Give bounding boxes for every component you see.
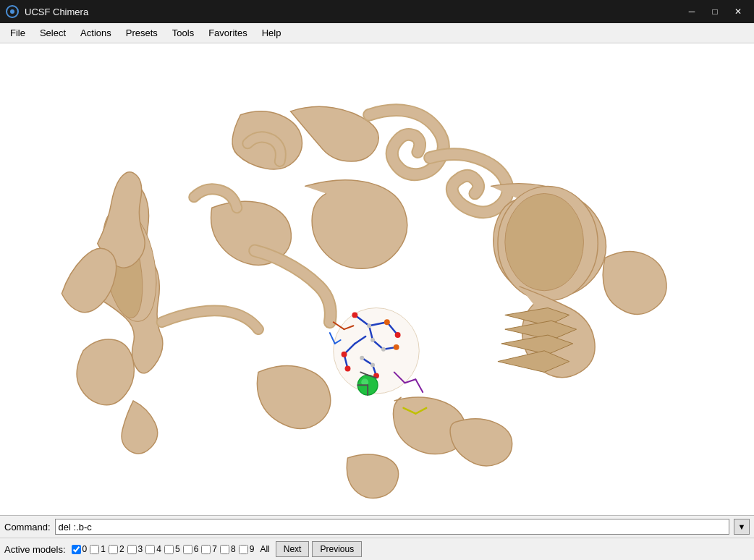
menu-item-favorites[interactable]: Favorites: [201, 25, 254, 41]
model-7-label: 7: [212, 544, 217, 554]
previous-button[interactable]: Previous: [312, 541, 362, 557]
svg-point-20: [395, 332, 401, 338]
maximize-button[interactable]: □: [705, 4, 725, 20]
model-0-label: 0: [82, 544, 88, 554]
model-1-checkbox[interactable]: [90, 545, 99, 554]
model-9-checkbox[interactable]: [239, 545, 248, 554]
model-1-label: 1: [101, 544, 106, 554]
viewport: [0, 43, 754, 515]
model-2-checkbox[interactable]: [109, 545, 118, 554]
model-8-group: 8: [220, 544, 236, 554]
titlebar: UCSF Chimera ─ □ ✕: [0, 0, 754, 23]
model-2-label: 2: [119, 544, 124, 554]
svg-point-6: [505, 193, 584, 290]
command-row: Command: ▼: [0, 516, 754, 538]
svg-point-29: [360, 356, 364, 360]
close-button[interactable]: ✕: [728, 4, 748, 20]
titlebar-left: UCSF Chimera: [6, 5, 88, 18]
minimize-button[interactable]: ─: [682, 4, 702, 20]
models-row: Active models: 0 1 2 3 4 5 6: [0, 538, 754, 560]
svg-point-22: [345, 366, 351, 372]
model-9-group: 9: [239, 544, 255, 554]
svg-point-21: [342, 352, 347, 357]
model-8-label: 8: [231, 544, 236, 554]
model-7-group: 7: [201, 544, 217, 554]
model-6-checkbox[interactable]: [183, 545, 192, 554]
model-3-group: 3: [127, 544, 143, 554]
titlebar-controls: ─ □ ✕: [682, 4, 748, 20]
titlebar-title: UCSF Chimera: [25, 7, 88, 17]
model-1-group: 1: [90, 544, 106, 554]
model-3-label: 3: [138, 544, 143, 554]
menubar: FileSelectActionsPresetsToolsFavoritesHe…: [0, 23, 754, 43]
svg-point-24: [384, 319, 390, 325]
next-button[interactable]: Next: [276, 541, 310, 557]
svg-point-30: [370, 363, 375, 368]
menu-item-tools[interactable]: Tools: [165, 25, 201, 41]
model-5-checkbox[interactable]: [164, 545, 174, 554]
model-0-checkbox[interactable]: [72, 545, 81, 554]
menu-item-file[interactable]: File: [3, 25, 33, 41]
models-label: Active models:: [4, 544, 66, 555]
svg-point-28: [381, 347, 386, 352]
model-0-group: 0: [72, 544, 88, 554]
menu-item-actions[interactable]: Actions: [73, 25, 119, 41]
menu-item-presets[interactable]: Presets: [119, 25, 165, 41]
command-input[interactable]: [55, 519, 729, 535]
model-5-group: 5: [164, 544, 180, 554]
bottom-bar: Command: ▼ Active models: 0 1 2 3 4 5: [0, 515, 754, 560]
model-4-group: 4: [145, 544, 161, 554]
model-6-group: 6: [183, 544, 199, 554]
svg-point-26: [367, 323, 371, 328]
model-7-checkbox[interactable]: [201, 545, 211, 554]
svg-point-1: [10, 9, 14, 14]
menu-item-help[interactable]: Help: [255, 25, 289, 41]
model-4-checkbox[interactable]: [145, 545, 155, 554]
model-all-label: All: [260, 544, 269, 554]
protein-structure: [0, 43, 754, 515]
model-4-label: 4: [156, 544, 161, 554]
command-dropdown-button[interactable]: ▼: [734, 519, 750, 535]
svg-point-25: [394, 344, 399, 350]
svg-point-27: [370, 338, 375, 342]
model-6-label: 6: [194, 544, 199, 554]
model-2-group: 2: [109, 544, 124, 554]
model-8-checkbox[interactable]: [220, 545, 229, 554]
app-icon: [6, 5, 19, 18]
svg-point-19: [352, 312, 357, 318]
model-5-label: 5: [175, 544, 180, 554]
command-label: Command:: [4, 522, 51, 533]
menu-item-select[interactable]: Select: [33, 25, 73, 41]
model-9-label: 9: [250, 544, 255, 554]
model-3-checkbox[interactable]: [127, 545, 137, 554]
